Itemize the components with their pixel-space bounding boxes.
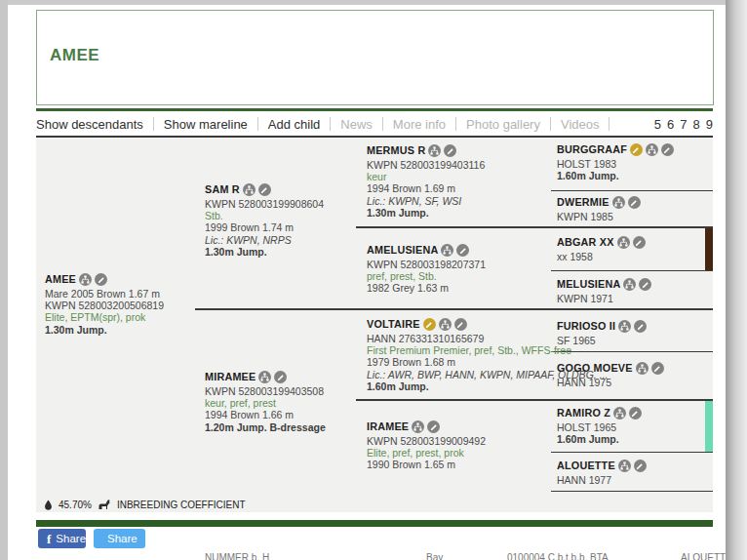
- more-info-button: More info: [393, 117, 446, 132]
- bottom-row-fragment: Bay: [426, 552, 443, 560]
- horse-header-box: AMEE: [36, 10, 714, 105]
- pedigree-icon[interactable]: [612, 196, 625, 209]
- pedigree-icon[interactable]: [441, 244, 453, 257]
- edit-icon[interactable]: [633, 236, 646, 249]
- viewport-edge-right: [726, 0, 747, 560]
- toolbar-separator: [455, 117, 456, 131]
- edit-icon[interactable]: [444, 144, 456, 157]
- sport-level: 1.30m Jump.: [45, 324, 199, 336]
- pedigree-icon[interactable]: [439, 318, 452, 331]
- twitter-share-button[interactable]: Share: [94, 529, 145, 548]
- show-mareline-button[interactable]: Show mareline: [164, 117, 248, 132]
- show-descendants-button[interactable]: Show descendants: [36, 117, 143, 132]
- horse-name-link[interactable]: MELUSIENA: [557, 278, 620, 290]
- toolbar-separator: [382, 117, 383, 131]
- news-button: News: [340, 117, 373, 132]
- registry-number: KWPN 528003199908604: [205, 198, 361, 210]
- horse-name-link[interactable]: MERMUS R: [367, 144, 425, 156]
- generation-6[interactable]: 6: [667, 117, 674, 132]
- horse-name-link[interactable]: GOGO MOEVE: [557, 362, 633, 374]
- toolbar-separator: [257, 117, 258, 131]
- horse-name-link[interactable]: IRAMEE: [367, 420, 409, 432]
- horse-detail: HOLST 1983: [557, 158, 705, 170]
- generation-8[interactable]: 8: [693, 117, 700, 132]
- edit-icon[interactable]: [634, 320, 647, 333]
- edit-icon[interactable]: [634, 460, 647, 472]
- horse-name-link[interactable]: VOLTAIRE: [367, 318, 420, 330]
- pedigree-cell-voltaire: VOLTAIRE HANN 276331310165679 First Prem…: [367, 318, 550, 392]
- edit-icon[interactable]: [427, 420, 440, 433]
- horse-name-link[interactable]: ALOUETTE: [557, 460, 615, 471]
- horse-name-link[interactable]: FURIOSO II: [557, 320, 615, 332]
- horse-name-link[interactable]: SAM R: [205, 183, 240, 195]
- pedigree-cell-dwermie: DWERMIE KWPN 1985: [557, 196, 705, 222]
- blood-drop-icon: [44, 500, 53, 510]
- edit-icon[interactable]: [258, 183, 271, 196]
- edit-icon[interactable]: [628, 196, 641, 209]
- registry-number: KWPN 528003200506819: [45, 300, 199, 311]
- edit-icon[interactable]: [274, 371, 287, 383]
- edit-icon[interactable]: [454, 318, 467, 331]
- predicates: First Premium Premier, pref, Stb., WFFS-…: [367, 344, 550, 356]
- horse-name-link[interactable]: AMEE: [45, 273, 76, 285]
- sport-level: 1.60m Jump.: [367, 380, 550, 392]
- predicates: keur: [367, 171, 548, 182]
- toolbar: Show descendants Show mareline Add child…: [36, 114, 713, 134]
- approved-icon[interactable]: [630, 143, 643, 156]
- horse-name-link[interactable]: BURGGRAAF: [557, 143, 627, 155]
- generation-5[interactable]: 5: [654, 117, 661, 132]
- generation-7[interactable]: 7: [680, 117, 687, 132]
- edit-icon[interactable]: [629, 407, 642, 420]
- licenses: Lic.: AWR, BWP, HANN, KWPN, MIPAAF, OLDB…: [367, 369, 550, 380]
- horse-name-link[interactable]: AMELUSIENA: [367, 244, 438, 256]
- pedigree-cell-amee: AMEE Mare 2005 Brown 1.67 m KWPN 5280032…: [45, 273, 199, 336]
- pedigree-icon[interactable]: [412, 420, 424, 433]
- predicates: keur, pref, prest: [205, 397, 361, 409]
- inbreeding-value: 45.70%: [59, 500, 92, 510]
- pedigree-icon[interactable]: [428, 144, 441, 157]
- predicates: pref, prest, Stb.: [367, 270, 548, 282]
- pedigree-icon[interactable]: [623, 278, 636, 291]
- horse-detail: 1999 Brown 1.74 m: [205, 221, 361, 233]
- registry-number: KWPN 528003198207371: [367, 259, 548, 270]
- approved-icon[interactable]: [423, 318, 436, 331]
- pedigree-icon[interactable]: [243, 183, 256, 196]
- pedigree-cell-melusiena: MELUSIENA KWPN 1971: [557, 278, 705, 304]
- pedigree-cell-furioso-ii: FURIOSO II SF 1965: [557, 320, 705, 346]
- divider-line: [551, 190, 713, 191]
- divider-line: [356, 399, 713, 401]
- pedigree-icon[interactable]: [617, 236, 630, 249]
- add-child-button[interactable]: Add child: [268, 117, 320, 132]
- viewport-edge-top: [0, 0, 747, 5]
- edit-icon[interactable]: [651, 362, 664, 375]
- ramiro-color-marker-bar: [705, 401, 713, 452]
- bottom-row-fragment: NUMMER b. H: [205, 552, 269, 560]
- edit-icon[interactable]: [456, 244, 469, 257]
- horse-name-link[interactable]: ABGAR XX: [557, 236, 614, 248]
- videos-button: Videos: [561, 117, 600, 132]
- horse-detail: 1979 Brown 1.68 m: [367, 356, 550, 368]
- horse-detail: SF 1965: [557, 335, 705, 346]
- registry-number: KWPN 528003199403116: [367, 159, 548, 171]
- generation-9[interactable]: 9: [706, 117, 713, 132]
- edit-icon[interactable]: [639, 278, 651, 291]
- pedigree-icon[interactable]: [79, 273, 92, 286]
- pedigree-icon[interactable]: [613, 407, 626, 420]
- edit-icon[interactable]: [95, 273, 107, 286]
- pedigree-icon[interactable]: [618, 460, 631, 472]
- header-divider: [36, 108, 713, 111]
- viewport-edge-left: [0, 0, 8, 560]
- horse-name-link[interactable]: DWERMIE: [557, 196, 609, 208]
- pedigree-icon[interactable]: [646, 143, 658, 156]
- pedigree-cell-mermus-r: MERMUS R KWPN 528003199403116 keur 1994 …: [367, 144, 548, 219]
- horse-name-link[interactable]: MIRAMEE: [205, 371, 256, 382]
- divider-line: [551, 491, 713, 492]
- horse-icon: [98, 499, 111, 510]
- facebook-share-button[interactable]: f Share: [38, 529, 86, 548]
- pedigree-icon[interactable]: [618, 320, 631, 333]
- horse-name-link[interactable]: RAMIRO Z: [557, 407, 610, 419]
- pedigree-icon[interactable]: [636, 362, 649, 375]
- edit-icon[interactable]: [661, 143, 674, 156]
- pedigree-cell-amelusiena: AMELUSIENA KWPN 528003198207371 pref, pr…: [367, 244, 548, 295]
- pedigree-icon[interactable]: [258, 371, 271, 383]
